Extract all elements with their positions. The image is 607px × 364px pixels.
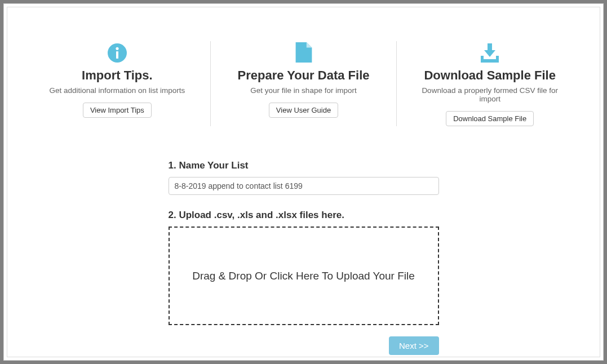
- view-import-tips-button[interactable]: View Import Tips: [83, 103, 152, 118]
- next-button-row: Next >>: [169, 336, 439, 355]
- file-icon: [295, 41, 312, 63]
- svg-rect-1: [116, 51, 118, 59]
- download-icon: [480, 41, 500, 63]
- window-outer-frame: Import Tips. Get additional information …: [3, 3, 604, 361]
- svg-rect-3: [488, 43, 492, 50]
- svg-rect-4: [481, 59, 499, 63]
- import-tips-column: Import Tips. Get additional information …: [24, 41, 210, 126]
- import-tips-subtitle: Get additional information on list impor…: [49, 86, 185, 95]
- upload-form-area: 1. Name Your List 2. Upload .csv, .xls a…: [169, 160, 439, 355]
- download-sample-subtitle: Download a properly formed CSV file for …: [411, 86, 569, 103]
- svg-rect-5: [481, 56, 484, 59]
- step2-label: 2. Upload .csv, .xls and .xlsx files her…: [169, 210, 439, 221]
- prepare-data-title: Prepare Your Data File: [238, 68, 370, 83]
- window-inner-frame: Import Tips. Get additional information …: [7, 7, 600, 357]
- view-user-guide-button[interactable]: View User Guide: [269, 103, 338, 118]
- info-icon: [108, 41, 127, 63]
- svg-point-2: [116, 47, 118, 50]
- file-dropzone[interactable]: Drag & Drop Or Click Here To Upload Your…: [169, 227, 439, 325]
- prepare-data-subtitle: Get your file in shape for import: [250, 86, 356, 95]
- import-tips-title: Import Tips.: [82, 68, 153, 83]
- step1-label: 1. Name Your List: [169, 160, 439, 171]
- prepare-data-column: Prepare Your Data File Get your file in …: [210, 41, 397, 126]
- download-sample-file-button[interactable]: Download Sample File: [446, 111, 534, 126]
- list-name-input[interactable]: [169, 177, 439, 195]
- dropzone-text: Drag & Drop Or Click Here To Upload Your…: [192, 270, 415, 282]
- svg-rect-6: [496, 56, 499, 59]
- next-button[interactable]: Next >>: [389, 336, 439, 355]
- info-columns-row: Import Tips. Get additional information …: [24, 41, 583, 126]
- download-sample-title: Download Sample File: [424, 68, 555, 83]
- download-sample-column: Download Sample File Download a properly…: [397, 41, 583, 126]
